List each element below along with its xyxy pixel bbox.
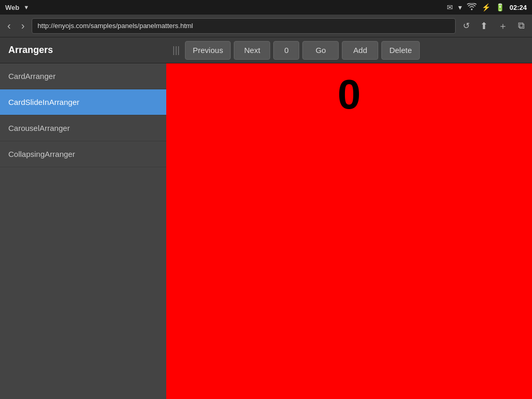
mail-icon: ✉ bbox=[447, 3, 453, 11]
back-button[interactable]: ‹ bbox=[4, 18, 14, 34]
next-button[interactable]: Next bbox=[234, 41, 270, 60]
go-input[interactable] bbox=[273, 41, 299, 60]
main-content: ||| Previous Next Go Add Delete 0 bbox=[166, 37, 532, 399]
toolbar: ||| Previous Next Go Add Delete bbox=[166, 37, 532, 63]
url-bar[interactable] bbox=[32, 18, 456, 34]
add-button[interactable]: Add bbox=[342, 41, 378, 60]
nav-bar: ‹ › ↺ ⬆ ＋ ⧉ bbox=[0, 15, 532, 37]
new-tab-button[interactable]: ＋ bbox=[495, 18, 511, 34]
clock: 02:24 bbox=[510, 4, 527, 11]
sidebar: Arrangers CardArranger CardSlideInArrang… bbox=[0, 37, 166, 399]
dropdown-icon[interactable]: ▼ bbox=[23, 4, 29, 10]
sidebar-item-cardarranger[interactable]: CardArranger bbox=[0, 63, 166, 89]
title-bar: Web ▼ ✉ ▾ ⚡ 🔋 02:24 bbox=[0, 0, 532, 15]
go-button[interactable]: Go bbox=[302, 41, 339, 60]
wifi-icon bbox=[467, 3, 476, 12]
drag-handle-icon: ||| bbox=[170, 45, 182, 56]
previous-button[interactable]: Previous bbox=[185, 41, 231, 60]
battery-icon: 🔋 bbox=[496, 3, 504, 11]
reload-button[interactable]: ↺ bbox=[460, 19, 473, 33]
dropdown-small-icon: ▾ bbox=[458, 3, 462, 11]
sidebar-item-collapsing[interactable]: CollapsingArranger bbox=[0, 141, 166, 167]
sidebar-title: Arrangers bbox=[8, 45, 53, 56]
panel-index: 0 bbox=[338, 74, 361, 115]
panel-area: 0 bbox=[166, 63, 532, 399]
delete-button[interactable]: Delete bbox=[381, 41, 419, 60]
forward-button[interactable]: › bbox=[18, 18, 28, 34]
tabs-button[interactable]: ⧉ bbox=[515, 18, 528, 33]
app-label: Web bbox=[5, 4, 19, 11]
sidebar-item-cardslidein[interactable]: CardSlideInArranger bbox=[0, 89, 166, 115]
bluetooth-icon: ⚡ bbox=[482, 3, 490, 11]
share-button[interactable]: ⬆ bbox=[477, 18, 491, 34]
app-container: Arrangers CardArranger CardSlideInArrang… bbox=[0, 37, 532, 399]
sidebar-item-carousel[interactable]: CarouselArranger bbox=[0, 115, 166, 141]
sidebar-header: Arrangers bbox=[0, 37, 166, 63]
